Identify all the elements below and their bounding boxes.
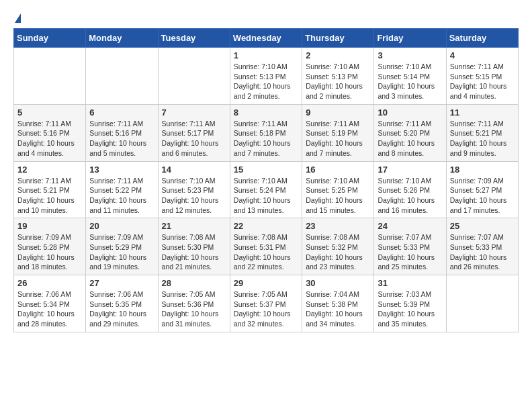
- calendar-week-row: 26Sunrise: 7:06 AM Sunset: 5:34 PM Dayli…: [14, 275, 519, 332]
- day-info: Sunrise: 7:08 AM Sunset: 5:31 PM Dayligh…: [234, 232, 298, 272]
- day-of-week-header: Wednesday: [230, 29, 302, 48]
- calendar-day-cell: 19Sunrise: 7:09 AM Sunset: 5:28 PM Dayli…: [14, 218, 86, 275]
- day-number: 24: [378, 221, 442, 231]
- day-info: Sunrise: 7:10 AM Sunset: 5:13 PM Dayligh…: [234, 62, 298, 101]
- calendar-day-cell: 21Sunrise: 7:08 AM Sunset: 5:30 PM Dayli…: [158, 218, 230, 275]
- calendar-day-cell: 20Sunrise: 7:09 AM Sunset: 5:29 PM Dayli…: [86, 218, 158, 275]
- day-info: Sunrise: 7:07 AM Sunset: 5:33 PM Dayligh…: [378, 232, 442, 272]
- day-number: 12: [17, 165, 82, 175]
- calendar-day-cell: 17Sunrise: 7:10 AM Sunset: 5:26 PM Dayli…: [374, 161, 446, 218]
- calendar-day-cell: [14, 48, 86, 105]
- logo: [13, 13, 21, 21]
- day-info: Sunrise: 7:11 AM Sunset: 5:18 PM Dayligh…: [234, 119, 298, 158]
- day-number: 23: [306, 221, 370, 231]
- day-number: 29: [234, 278, 298, 288]
- day-of-week-header: Thursday: [302, 29, 374, 48]
- calendar-day-cell: 9Sunrise: 7:11 AM Sunset: 5:19 PM Daylig…: [302, 104, 374, 161]
- day-info: Sunrise: 7:10 AM Sunset: 5:24 PM Dayligh…: [234, 176, 298, 216]
- day-number: 15: [234, 165, 298, 175]
- calendar-day-cell: 3Sunrise: 7:10 AM Sunset: 5:14 PM Daylig…: [374, 48, 446, 105]
- calendar-day-cell: 15Sunrise: 7:10 AM Sunset: 5:24 PM Dayli…: [230, 161, 302, 218]
- day-number: 9: [306, 107, 370, 118]
- calendar-week-row: 19Sunrise: 7:09 AM Sunset: 5:28 PM Dayli…: [14, 218, 519, 275]
- day-number: 11: [450, 107, 515, 118]
- calendar-day-cell: 12Sunrise: 7:11 AM Sunset: 5:21 PM Dayli…: [14, 161, 86, 218]
- day-info: Sunrise: 7:08 AM Sunset: 5:32 PM Dayligh…: [306, 232, 370, 272]
- calendar-day-cell: 28Sunrise: 7:05 AM Sunset: 5:36 PM Dayli…: [158, 275, 230, 332]
- day-info: Sunrise: 7:09 AM Sunset: 5:28 PM Dayligh…: [17, 232, 82, 272]
- calendar-day-cell: 5Sunrise: 7:11 AM Sunset: 5:16 PM Daylig…: [14, 104, 86, 161]
- calendar-day-cell: 27Sunrise: 7:06 AM Sunset: 5:35 PM Dayli…: [86, 275, 158, 332]
- day-info: Sunrise: 7:11 AM Sunset: 5:21 PM Dayligh…: [450, 119, 515, 158]
- day-number: 16: [306, 165, 370, 175]
- day-number: 17: [378, 165, 442, 175]
- calendar-day-cell: 1Sunrise: 7:10 AM Sunset: 5:13 PM Daylig…: [230, 48, 302, 105]
- calendar-table: SundayMondayTuesdayWednesdayThursdayFrid…: [13, 28, 519, 332]
- day-info: Sunrise: 7:10 AM Sunset: 5:25 PM Dayligh…: [306, 176, 370, 216]
- day-number: 5: [17, 107, 82, 118]
- calendar-day-cell: 7Sunrise: 7:11 AM Sunset: 5:17 PM Daylig…: [158, 104, 230, 161]
- calendar-day-cell: [86, 48, 158, 105]
- day-info: Sunrise: 7:03 AM Sunset: 5:39 PM Dayligh…: [378, 289, 442, 329]
- day-info: Sunrise: 7:11 AM Sunset: 5:16 PM Dayligh…: [89, 119, 154, 158]
- calendar-day-cell: 10Sunrise: 7:11 AM Sunset: 5:20 PM Dayli…: [374, 104, 446, 161]
- day-info: Sunrise: 7:06 AM Sunset: 5:34 PM Dayligh…: [17, 289, 82, 329]
- calendar-day-cell: 6Sunrise: 7:11 AM Sunset: 5:16 PM Daylig…: [86, 104, 158, 161]
- day-info: Sunrise: 7:11 AM Sunset: 5:15 PM Dayligh…: [450, 62, 515, 101]
- day-info: Sunrise: 7:11 AM Sunset: 5:17 PM Dayligh…: [162, 119, 226, 158]
- day-number: 27: [89, 278, 154, 288]
- day-number: 18: [450, 165, 515, 175]
- calendar-week-row: 5Sunrise: 7:11 AM Sunset: 5:16 PM Daylig…: [14, 104, 519, 161]
- day-info: Sunrise: 7:08 AM Sunset: 5:30 PM Dayligh…: [162, 232, 226, 272]
- day-info: Sunrise: 7:09 AM Sunset: 5:27 PM Dayligh…: [450, 176, 515, 216]
- calendar-day-cell: [446, 275, 518, 332]
- calendar-day-cell: 22Sunrise: 7:08 AM Sunset: 5:31 PM Dayli…: [230, 218, 302, 275]
- day-of-week-header: Tuesday: [158, 29, 230, 48]
- day-number: 6: [89, 107, 154, 118]
- calendar-day-cell: 13Sunrise: 7:11 AM Sunset: 5:22 PM Dayli…: [86, 161, 158, 218]
- day-number: 25: [450, 221, 515, 231]
- calendar-day-cell: 4Sunrise: 7:11 AM Sunset: 5:15 PM Daylig…: [446, 48, 518, 105]
- day-info: Sunrise: 7:11 AM Sunset: 5:20 PM Dayligh…: [378, 119, 442, 158]
- day-of-week-header: Sunday: [14, 29, 86, 48]
- calendar-day-cell: 8Sunrise: 7:11 AM Sunset: 5:18 PM Daylig…: [230, 104, 302, 161]
- day-info: Sunrise: 7:11 AM Sunset: 5:16 PM Dayligh…: [17, 119, 82, 158]
- calendar-week-row: 12Sunrise: 7:11 AM Sunset: 5:21 PM Dayli…: [14, 161, 519, 218]
- day-number: 31: [378, 278, 442, 288]
- calendar-week-row: 1Sunrise: 7:10 AM Sunset: 5:13 PM Daylig…: [14, 48, 519, 105]
- day-number: 8: [234, 107, 298, 118]
- calendar-day-cell: 25Sunrise: 7:07 AM Sunset: 5:33 PM Dayli…: [446, 218, 518, 275]
- day-info: Sunrise: 7:10 AM Sunset: 5:14 PM Dayligh…: [378, 62, 442, 101]
- day-info: Sunrise: 7:06 AM Sunset: 5:35 PM Dayligh…: [89, 289, 154, 329]
- calendar-day-cell: 18Sunrise: 7:09 AM Sunset: 5:27 PM Dayli…: [446, 161, 518, 218]
- day-info: Sunrise: 7:04 AM Sunset: 5:38 PM Dayligh…: [306, 289, 370, 329]
- day-info: Sunrise: 7:11 AM Sunset: 5:19 PM Dayligh…: [306, 119, 370, 158]
- page-header: [13, 13, 519, 21]
- day-number: 28: [162, 278, 226, 288]
- calendar-day-cell: 23Sunrise: 7:08 AM Sunset: 5:32 PM Dayli…: [302, 218, 374, 275]
- day-number: 30: [306, 278, 370, 288]
- calendar-day-cell: 31Sunrise: 7:03 AM Sunset: 5:39 PM Dayli…: [374, 275, 446, 332]
- day-number: 14: [162, 165, 226, 175]
- logo-triangle-icon: [15, 13, 21, 23]
- day-info: Sunrise: 7:05 AM Sunset: 5:37 PM Dayligh…: [234, 289, 298, 329]
- calendar-day-cell: 29Sunrise: 7:05 AM Sunset: 5:37 PM Dayli…: [230, 275, 302, 332]
- day-number: 20: [89, 221, 154, 231]
- day-number: 7: [162, 107, 226, 118]
- day-info: Sunrise: 7:11 AM Sunset: 5:22 PM Dayligh…: [89, 176, 154, 216]
- calendar-day-cell: [158, 48, 230, 105]
- day-info: Sunrise: 7:11 AM Sunset: 5:21 PM Dayligh…: [17, 176, 82, 216]
- day-info: Sunrise: 7:07 AM Sunset: 5:33 PM Dayligh…: [450, 232, 515, 272]
- day-number: 22: [234, 221, 298, 231]
- day-number: 10: [378, 107, 442, 118]
- day-number: 1: [234, 50, 298, 60]
- day-info: Sunrise: 7:09 AM Sunset: 5:29 PM Dayligh…: [89, 232, 154, 272]
- calendar-day-cell: 26Sunrise: 7:06 AM Sunset: 5:34 PM Dayli…: [14, 275, 86, 332]
- calendar-day-cell: 14Sunrise: 7:10 AM Sunset: 5:23 PM Dayli…: [158, 161, 230, 218]
- day-of-week-header: Friday: [374, 29, 446, 48]
- calendar-day-cell: 2Sunrise: 7:10 AM Sunset: 5:13 PM Daylig…: [302, 48, 374, 105]
- day-info: Sunrise: 7:05 AM Sunset: 5:36 PM Dayligh…: [162, 289, 226, 329]
- day-info: Sunrise: 7:10 AM Sunset: 5:13 PM Dayligh…: [306, 62, 370, 101]
- day-number: 26: [17, 278, 82, 288]
- calendar-header-row: SundayMondayTuesdayWednesdayThursdayFrid…: [14, 29, 519, 48]
